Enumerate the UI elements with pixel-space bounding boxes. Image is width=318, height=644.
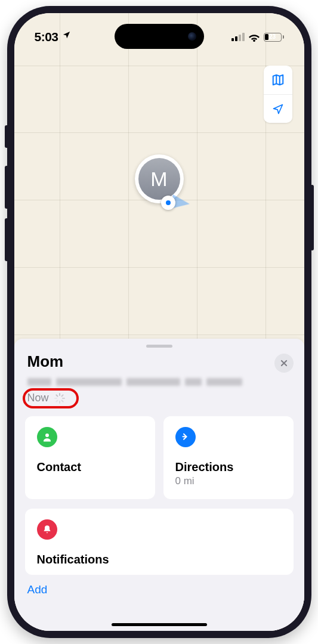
details-sheet[interactable]: Mom Now xyxy=(14,339,304,631)
directions-icon xyxy=(175,427,196,447)
map-icon xyxy=(271,73,285,86)
avatar-initial: M xyxy=(138,158,180,200)
close-icon xyxy=(280,359,288,367)
close-button[interactable] xyxy=(274,354,294,373)
screen: 5:03 23 xyxy=(14,13,304,631)
directions-distance: 0 mi xyxy=(175,475,282,487)
bell-icon xyxy=(37,519,57,540)
notifications-card[interactable]: Notifications xyxy=(25,509,294,575)
loading-spinner-icon xyxy=(54,393,64,404)
dynamic-island xyxy=(115,24,204,49)
svg-point-0 xyxy=(45,434,49,437)
add-notification-link[interactable]: Add xyxy=(27,583,291,596)
wifi-icon xyxy=(248,33,260,42)
directions-card[interactable]: Directions 0 mi xyxy=(163,416,294,499)
map-mode-button[interactable] xyxy=(264,66,292,94)
location-services-icon xyxy=(62,30,71,42)
sheet-grabber[interactable] xyxy=(146,345,172,348)
battery-icon: 23 xyxy=(264,33,284,42)
contact-card-title: Contact xyxy=(37,460,143,474)
address-line-redacted xyxy=(27,376,291,387)
timestamp-label: Now xyxy=(27,392,49,404)
contact-name-title: Mom xyxy=(27,352,64,371)
cellular-signal-icon xyxy=(231,33,245,41)
my-location-dot xyxy=(161,196,190,210)
notifications-card-title: Notifications xyxy=(37,553,282,566)
directions-card-title: Directions xyxy=(175,460,282,474)
battery-percentage: 23 xyxy=(269,33,276,40)
phone-frame: 5:03 23 xyxy=(7,6,311,638)
home-indicator[interactable] xyxy=(112,623,207,626)
location-arrow-icon xyxy=(272,103,284,115)
contact-icon xyxy=(37,427,57,447)
contact-card[interactable]: Contact xyxy=(25,416,155,499)
locate-me-button[interactable] xyxy=(264,94,292,123)
status-time: 5:03 xyxy=(35,30,58,44)
timestamp-row: Now xyxy=(27,392,304,404)
map-controls xyxy=(264,66,292,123)
